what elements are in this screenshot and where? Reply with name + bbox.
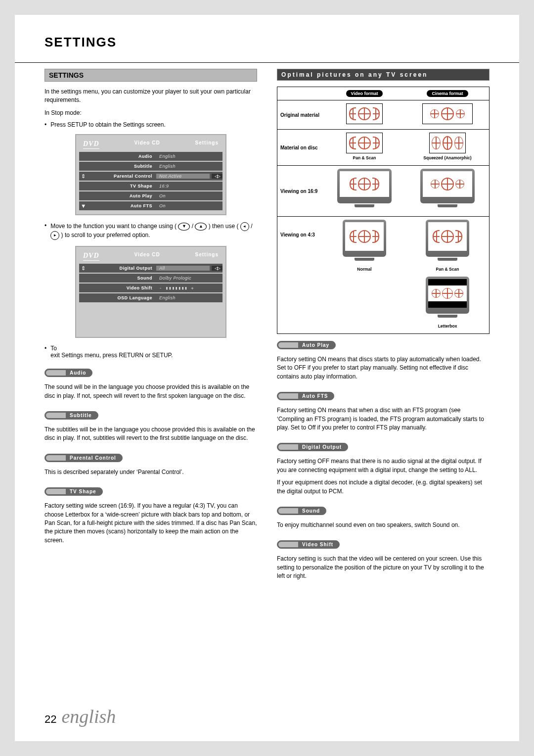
right-arrow-icon: ▸: [50, 231, 59, 240]
dvd-logo: DVD: [83, 140, 99, 149]
osd-value: - ▮▮▮▮▮▮▮ +: [156, 285, 222, 290]
section-pill: Parental Control: [44, 454, 123, 462]
settings-header: SETTINGS: [44, 69, 257, 82]
exit-a: To: [50, 345, 57, 352]
osd-value: On: [156, 203, 222, 208]
osd-label: Video Shift: [88, 285, 156, 290]
section-body: Factory setting ON means that when a dis…: [277, 406, 490, 432]
page-number: 22: [44, 713, 56, 726]
updown-icon: [79, 173, 88, 180]
language-label: english: [61, 706, 116, 727]
osd-label: Audio: [88, 154, 156, 159]
row-material: Material on disc: [277, 142, 323, 153]
osd-label: OSD Language: [88, 295, 156, 300]
section-pill: Auto Play: [277, 341, 336, 349]
osd-row: Auto FTSOn: [79, 201, 222, 210]
illus-original-cinema: [406, 100, 489, 129]
section-body: Factory setting ON means that discs star…: [277, 355, 490, 381]
osd-label: Subtitle: [88, 164, 156, 169]
right-column: Optimal pictures on any TV screen Video …: [277, 69, 490, 584]
osd-label: Auto FTS: [88, 203, 156, 208]
section-pill: Auto FTS: [277, 392, 334, 400]
up-arrow-icon: ▲: [195, 223, 207, 231]
osd-value: On: [156, 193, 222, 198]
illus-43-cinema: Pan & Scan Letterbox: [406, 217, 489, 333]
bullet-icon: •: [44, 345, 46, 352]
osd-label: Parental Control: [88, 174, 156, 179]
bullet-icon: •: [44, 222, 46, 229]
left-right-arrows-icon: ◁▷: [212, 266, 222, 271]
osd-label: Auto Play: [88, 193, 156, 198]
osd-row: SubtitleEnglish: [79, 162, 222, 171]
osd-value: 16:9: [156, 184, 222, 189]
bullet-move: • Move to the function you want to chang…: [44, 222, 257, 240]
row-view169: Viewing on 16:9: [277, 186, 323, 196]
osd-value: All: [156, 266, 210, 271]
section-body: Factory setting is such that the video w…: [277, 555, 490, 580]
section-body: Factory setting OFF means that there is …: [277, 457, 490, 474]
section-pill: Video Shift: [277, 540, 340, 549]
section-body: Factory setting wide screen (16:9). If y…: [44, 502, 257, 545]
illus-material-video: Pan & Scan: [323, 130, 406, 165]
stop-mode-text: In Stop mode:: [44, 109, 257, 117]
title-rule: [15, 62, 519, 63]
bullet-exit: • To exit Settings menu, press RETURN or…: [44, 345, 257, 359]
bullet-setup: • Press SETUP to obtain the Settings scr…: [44, 121, 257, 128]
osd-label: Digital Output: [88, 266, 156, 271]
exit-b: exit Settings menu, press RETURN or SETU…: [50, 352, 173, 359]
osd-label: Sound: [88, 276, 156, 281]
osd-row: OSD LanguageEnglish: [79, 293, 222, 302]
row-original: Original material: [277, 110, 323, 120]
manual-page: SETTINGS SETTINGS In the settings menu, …: [15, 15, 519, 741]
left-right-arrows-icon: ◁▷: [212, 174, 222, 179]
row-view43: Viewing on 4:3: [277, 217, 323, 240]
left-column: SETTINGS In the settings menu, you can c…: [44, 69, 257, 584]
osd-row: TV Shape16:9: [79, 182, 222, 190]
osd-row: Video Shift- ▮▮▮▮▮▮▮ +: [79, 284, 222, 292]
bullet-icon: •: [44, 121, 46, 128]
osd-row: Parental ControlNot Active◁▷: [79, 172, 222, 181]
section-body: The subtitles will be in the language yo…: [44, 425, 257, 443]
section-pill: Digital Output: [277, 443, 348, 451]
osd-menu-1: DVD Video CD Settings AudioEnglishSubtit…: [75, 134, 226, 215]
section-pill: Audio: [44, 369, 92, 377]
osd1-right: Settings: [195, 140, 219, 149]
illus-169-cinema: [406, 166, 489, 216]
osd-row: Auto PlayOn: [79, 191, 222, 200]
col-video-format: Video format: [346, 90, 383, 97]
left-arrow-icon: ◂: [240, 222, 249, 231]
section-pill: TV Shape: [44, 487, 103, 496]
osd-label: TV Shape: [88, 184, 156, 189]
section-pill: Sound: [277, 507, 326, 515]
page-footer: 22 english: [44, 706, 116, 727]
down-arrow-icon: ▼: [178, 223, 190, 231]
down-icon: [79, 203, 88, 209]
press-setup-text: Press SETUP to obtain the Settings scree…: [50, 121, 166, 128]
updown-icon: [79, 265, 88, 272]
osd-menu-2: DVD Video CD Settings Digital OutputAll◁…: [75, 246, 226, 338]
move-instruction: Move to the function you want to change …: [50, 222, 257, 240]
section-pill: Subtitle: [44, 411, 98, 420]
col-cinema-format: Cinema format: [427, 90, 468, 97]
osd-row: Digital OutputAll◁▷: [79, 264, 222, 273]
illus-169-video: [323, 166, 406, 216]
osd2-right: Settings: [195, 252, 219, 261]
section-body: If your equipment does not include a dig…: [277, 478, 490, 496]
tv-comparison-grid: Video format Cinema format Original mate…: [277, 87, 490, 334]
osd-row: SoundDolby Prologic: [79, 274, 222, 283]
osd1-left: Video CD: [134, 140, 160, 149]
section-body: This is described separately under ‘Pare…: [44, 468, 257, 476]
page-title: SETTINGS: [44, 35, 490, 50]
illus-43-normal: Normal: [323, 217, 406, 277]
osd-value: Dolby Prologic: [156, 276, 222, 281]
dvd-logo: DVD: [83, 252, 99, 261]
intro-text: In the settings menu, you can customize …: [44, 88, 257, 105]
optimal-header: Optimal pictures on any TV screen: [277, 69, 490, 81]
osd-value: English: [156, 295, 222, 300]
osd-row: AudioEnglish: [79, 152, 222, 161]
osd-value: English: [156, 164, 222, 169]
section-body: The sound will be in the language you ch…: [44, 383, 257, 400]
osd2-left: Video CD: [134, 252, 160, 261]
osd-value: Not Active: [156, 174, 210, 179]
section-body: To enjoy multichannel sound even on two …: [277, 521, 490, 529]
